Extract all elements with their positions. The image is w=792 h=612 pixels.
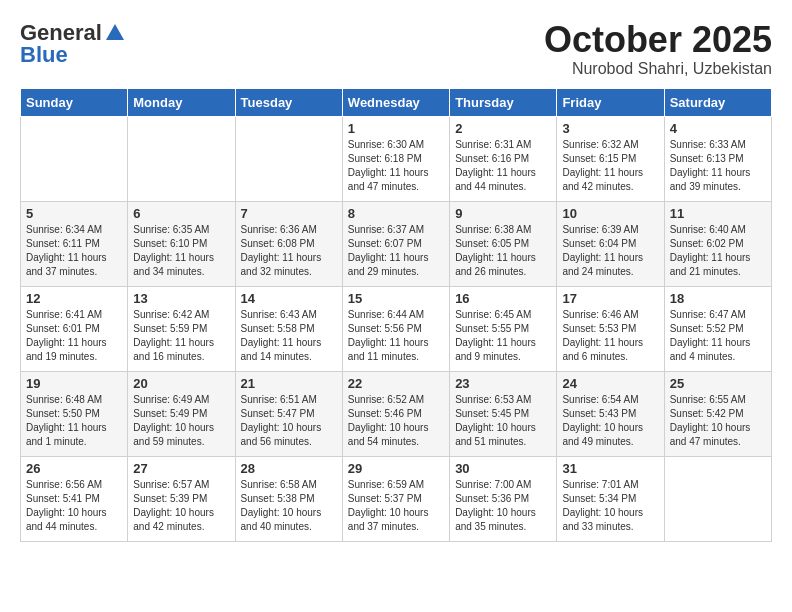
- calendar-cell: 4Sunrise: 6:33 AM Sunset: 6:13 PM Daylig…: [664, 116, 771, 201]
- weekday-header-sunday: Sunday: [21, 88, 128, 116]
- calendar-table: SundayMondayTuesdayWednesdayThursdayFrid…: [20, 88, 772, 542]
- calendar-cell: 5Sunrise: 6:34 AM Sunset: 6:11 PM Daylig…: [21, 201, 128, 286]
- day-number: 4: [670, 121, 766, 136]
- day-number: 19: [26, 376, 122, 391]
- calendar-cell: [21, 116, 128, 201]
- day-number: 1: [348, 121, 444, 136]
- day-info: Sunrise: 6:37 AM Sunset: 6:07 PM Dayligh…: [348, 223, 444, 279]
- calendar-cell: [128, 116, 235, 201]
- calendar-cell: 7Sunrise: 6:36 AM Sunset: 6:08 PM Daylig…: [235, 201, 342, 286]
- day-number: 8: [348, 206, 444, 221]
- calendar-cell: 17Sunrise: 6:46 AM Sunset: 5:53 PM Dayli…: [557, 286, 664, 371]
- day-info: Sunrise: 6:47 AM Sunset: 5:52 PM Dayligh…: [670, 308, 766, 364]
- calendar-cell: 11Sunrise: 6:40 AM Sunset: 6:02 PM Dayli…: [664, 201, 771, 286]
- day-number: 14: [241, 291, 337, 306]
- calendar-cell: 31Sunrise: 7:01 AM Sunset: 5:34 PM Dayli…: [557, 456, 664, 541]
- day-info: Sunrise: 6:31 AM Sunset: 6:16 PM Dayligh…: [455, 138, 551, 194]
- weekday-header-row: SundayMondayTuesdayWednesdayThursdayFrid…: [21, 88, 772, 116]
- day-number: 5: [26, 206, 122, 221]
- day-number: 15: [348, 291, 444, 306]
- weekday-header-thursday: Thursday: [450, 88, 557, 116]
- day-info: Sunrise: 6:49 AM Sunset: 5:49 PM Dayligh…: [133, 393, 229, 449]
- day-info: Sunrise: 6:38 AM Sunset: 6:05 PM Dayligh…: [455, 223, 551, 279]
- day-info: Sunrise: 6:46 AM Sunset: 5:53 PM Dayligh…: [562, 308, 658, 364]
- week-row-3: 12Sunrise: 6:41 AM Sunset: 6:01 PM Dayli…: [21, 286, 772, 371]
- calendar-cell: 19Sunrise: 6:48 AM Sunset: 5:50 PM Dayli…: [21, 371, 128, 456]
- calendar-cell: 22Sunrise: 6:52 AM Sunset: 5:46 PM Dayli…: [342, 371, 449, 456]
- day-info: Sunrise: 6:40 AM Sunset: 6:02 PM Dayligh…: [670, 223, 766, 279]
- weekday-header-monday: Monday: [128, 88, 235, 116]
- day-number: 10: [562, 206, 658, 221]
- day-number: 23: [455, 376, 551, 391]
- day-number: 2: [455, 121, 551, 136]
- day-info: Sunrise: 6:36 AM Sunset: 6:08 PM Dayligh…: [241, 223, 337, 279]
- weekday-header-saturday: Saturday: [664, 88, 771, 116]
- day-info: Sunrise: 6:56 AM Sunset: 5:41 PM Dayligh…: [26, 478, 122, 534]
- calendar-cell: 16Sunrise: 6:45 AM Sunset: 5:55 PM Dayli…: [450, 286, 557, 371]
- day-info: Sunrise: 6:43 AM Sunset: 5:58 PM Dayligh…: [241, 308, 337, 364]
- day-info: Sunrise: 6:53 AM Sunset: 5:45 PM Dayligh…: [455, 393, 551, 449]
- day-number: 9: [455, 206, 551, 221]
- day-info: Sunrise: 6:42 AM Sunset: 5:59 PM Dayligh…: [133, 308, 229, 364]
- week-row-4: 19Sunrise: 6:48 AM Sunset: 5:50 PM Dayli…: [21, 371, 772, 456]
- calendar-cell: 30Sunrise: 7:00 AM Sunset: 5:36 PM Dayli…: [450, 456, 557, 541]
- calendar-cell: 26Sunrise: 6:56 AM Sunset: 5:41 PM Dayli…: [21, 456, 128, 541]
- day-info: Sunrise: 6:45 AM Sunset: 5:55 PM Dayligh…: [455, 308, 551, 364]
- day-number: 18: [670, 291, 766, 306]
- day-number: 21: [241, 376, 337, 391]
- day-info: Sunrise: 7:01 AM Sunset: 5:34 PM Dayligh…: [562, 478, 658, 534]
- calendar-cell: 8Sunrise: 6:37 AM Sunset: 6:07 PM Daylig…: [342, 201, 449, 286]
- day-number: 20: [133, 376, 229, 391]
- calendar-cell: [664, 456, 771, 541]
- title-block: October 2025 Nurobod Shahri, Uzbekistan: [544, 20, 772, 78]
- calendar-cell: 20Sunrise: 6:49 AM Sunset: 5:49 PM Dayli…: [128, 371, 235, 456]
- day-info: Sunrise: 6:33 AM Sunset: 6:13 PM Dayligh…: [670, 138, 766, 194]
- calendar-cell: 1Sunrise: 6:30 AM Sunset: 6:18 PM Daylig…: [342, 116, 449, 201]
- day-info: Sunrise: 6:44 AM Sunset: 5:56 PM Dayligh…: [348, 308, 444, 364]
- logo-blue: Blue: [20, 42, 68, 68]
- week-row-5: 26Sunrise: 6:56 AM Sunset: 5:41 PM Dayli…: [21, 456, 772, 541]
- calendar-cell: 25Sunrise: 6:55 AM Sunset: 5:42 PM Dayli…: [664, 371, 771, 456]
- day-number: 17: [562, 291, 658, 306]
- day-number: 22: [348, 376, 444, 391]
- calendar-cell: 29Sunrise: 6:59 AM Sunset: 5:37 PM Dayli…: [342, 456, 449, 541]
- calendar-cell: 28Sunrise: 6:58 AM Sunset: 5:38 PM Dayli…: [235, 456, 342, 541]
- calendar-cell: 13Sunrise: 6:42 AM Sunset: 5:59 PM Dayli…: [128, 286, 235, 371]
- day-info: Sunrise: 6:55 AM Sunset: 5:42 PM Dayligh…: [670, 393, 766, 449]
- location-subtitle: Nurobod Shahri, Uzbekistan: [544, 60, 772, 78]
- day-info: Sunrise: 6:51 AM Sunset: 5:47 PM Dayligh…: [241, 393, 337, 449]
- logo: General Blue: [20, 20, 126, 68]
- calendar-cell: 24Sunrise: 6:54 AM Sunset: 5:43 PM Dayli…: [557, 371, 664, 456]
- day-info: Sunrise: 6:59 AM Sunset: 5:37 PM Dayligh…: [348, 478, 444, 534]
- calendar-cell: 10Sunrise: 6:39 AM Sunset: 6:04 PM Dayli…: [557, 201, 664, 286]
- day-number: 16: [455, 291, 551, 306]
- calendar-cell: 12Sunrise: 6:41 AM Sunset: 6:01 PM Dayli…: [21, 286, 128, 371]
- month-title: October 2025: [544, 20, 772, 60]
- day-number: 24: [562, 376, 658, 391]
- calendar-cell: 9Sunrise: 6:38 AM Sunset: 6:05 PM Daylig…: [450, 201, 557, 286]
- week-row-1: 1Sunrise: 6:30 AM Sunset: 6:18 PM Daylig…: [21, 116, 772, 201]
- calendar-cell: 18Sunrise: 6:47 AM Sunset: 5:52 PM Dayli…: [664, 286, 771, 371]
- calendar-cell: 2Sunrise: 6:31 AM Sunset: 6:16 PM Daylig…: [450, 116, 557, 201]
- calendar-cell: [235, 116, 342, 201]
- calendar-cell: 23Sunrise: 6:53 AM Sunset: 5:45 PM Dayli…: [450, 371, 557, 456]
- day-number: 26: [26, 461, 122, 476]
- calendar-cell: 6Sunrise: 6:35 AM Sunset: 6:10 PM Daylig…: [128, 201, 235, 286]
- day-number: 27: [133, 461, 229, 476]
- calendar-cell: 15Sunrise: 6:44 AM Sunset: 5:56 PM Dayli…: [342, 286, 449, 371]
- day-info: Sunrise: 6:54 AM Sunset: 5:43 PM Dayligh…: [562, 393, 658, 449]
- calendar-cell: 3Sunrise: 6:32 AM Sunset: 6:15 PM Daylig…: [557, 116, 664, 201]
- weekday-header-friday: Friday: [557, 88, 664, 116]
- weekday-header-wednesday: Wednesday: [342, 88, 449, 116]
- day-number: 29: [348, 461, 444, 476]
- calendar-cell: 14Sunrise: 6:43 AM Sunset: 5:58 PM Dayli…: [235, 286, 342, 371]
- day-info: Sunrise: 6:30 AM Sunset: 6:18 PM Dayligh…: [348, 138, 444, 194]
- day-info: Sunrise: 6:35 AM Sunset: 6:10 PM Dayligh…: [133, 223, 229, 279]
- day-number: 30: [455, 461, 551, 476]
- day-info: Sunrise: 6:57 AM Sunset: 5:39 PM Dayligh…: [133, 478, 229, 534]
- day-number: 28: [241, 461, 337, 476]
- day-info: Sunrise: 6:32 AM Sunset: 6:15 PM Dayligh…: [562, 138, 658, 194]
- day-number: 3: [562, 121, 658, 136]
- day-info: Sunrise: 6:52 AM Sunset: 5:46 PM Dayligh…: [348, 393, 444, 449]
- day-number: 7: [241, 206, 337, 221]
